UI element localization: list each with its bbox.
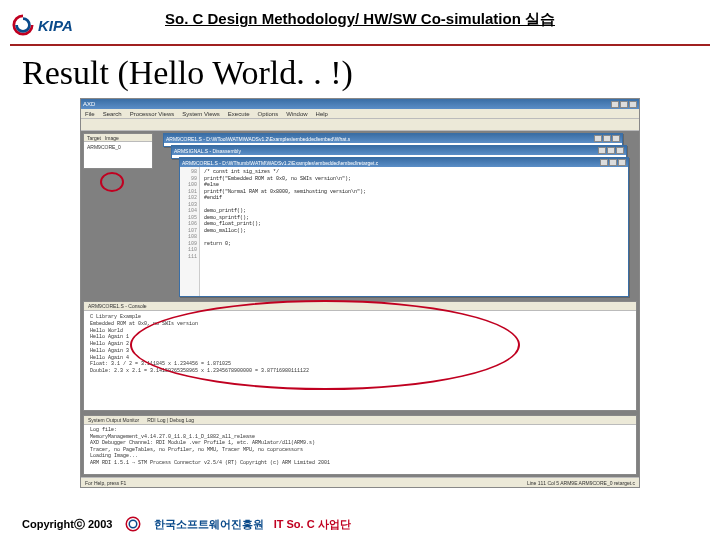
header-title: So. C Design Methodology/ HW/SW Co-simul… xyxy=(165,10,555,29)
menu-help[interactable]: Help xyxy=(316,111,328,117)
child3-close[interactable] xyxy=(618,159,626,166)
svg-point-1 xyxy=(130,520,138,528)
org-unit: IT So. C 사업단 xyxy=(274,518,351,530)
slide-footer: Copyrightⓒ 2003 한국소프트웨어진흥원 IT So. C 사업단 xyxy=(0,508,720,540)
child2-close[interactable] xyxy=(616,147,624,154)
menu-processor-views[interactable]: Processor Views xyxy=(130,111,175,117)
code-body[interactable]: /* const int sig_sizes */printf("Embedde… xyxy=(200,167,628,262)
child3-max[interactable] xyxy=(609,159,617,166)
tree-tab-target[interactable]: Target xyxy=(87,135,101,141)
app-title: AXD xyxy=(83,101,95,107)
menu-execute[interactable]: Execute xyxy=(228,111,250,117)
org-korean: 한국소프트웨어진흥원 xyxy=(154,518,264,530)
console-body[interactable]: C Library ExampleEmbedded ROM at 0x0, no… xyxy=(84,311,636,378)
copyright-text: Copyrightⓒ 2003 xyxy=(22,517,112,532)
child2-title: ARMSIGNAL.S - Disassembly xyxy=(174,148,241,154)
monitor-pane: System Output Monitor RDI Log | Debug Lo… xyxy=(83,415,637,475)
monitor-header: System Output Monitor xyxy=(88,417,139,423)
child-window-3: ARM9CORE1.S - D:\WThumb\WATM\WADSv1.2\Ex… xyxy=(179,157,629,297)
menu-system-views[interactable]: System Views xyxy=(182,111,220,117)
svg-point-0 xyxy=(127,517,141,531)
target-tree: Target Image ARM9CORE_0 xyxy=(83,133,153,169)
menu-window[interactable]: Window xyxy=(286,111,307,117)
slide-title: Result (Hello World. . !) xyxy=(0,44,720,98)
child1-close[interactable] xyxy=(612,135,620,142)
monitor-tabs[interactable]: RDI Log | Debug Log xyxy=(147,417,194,423)
minimize-button[interactable] xyxy=(611,101,619,108)
slide-header: KIPA So. C Design Methodology/ HW/SW Co-… xyxy=(0,0,720,44)
menu-search[interactable]: Search xyxy=(103,111,122,117)
org-text: 한국소프트웨어진흥원 IT So. C 사업단 xyxy=(154,517,350,532)
child1-min[interactable] xyxy=(594,135,602,142)
logo-text: KIPA xyxy=(38,17,73,34)
workspace: Target Image ARM9CORE_0 ARM9CORE1.S - D:… xyxy=(81,131,639,487)
child2-max[interactable] xyxy=(607,147,615,154)
app-titlebar: AXD xyxy=(81,99,639,109)
kipa-logo: KIPA xyxy=(12,14,73,36)
tree-tab-image[interactable]: Image xyxy=(105,135,119,141)
window-buttons xyxy=(611,101,637,108)
child1-title: ARM9CORE1.S - D:\WTool\WATM\WADSv1.2\Exa… xyxy=(166,136,350,142)
child1-max[interactable] xyxy=(603,135,611,142)
monitor-body[interactable]: Log file:MemoryManagement_v4.14.27.0_11.… xyxy=(84,425,636,468)
close-button[interactable] xyxy=(629,101,637,108)
status-bar: For Help, press F1 Line 111 Col 5 ARM9E … xyxy=(81,477,639,487)
menu-file[interactable]: File xyxy=(85,111,95,117)
menu-options[interactable]: Options xyxy=(258,111,279,117)
logo-swirl-icon xyxy=(12,14,34,36)
child2-min[interactable] xyxy=(598,147,606,154)
header-divider xyxy=(10,44,710,46)
line-gutter: 9899100101102103104105106107108109110111 xyxy=(180,167,200,296)
ide-screenshot: AXD File Search Processor Views System V… xyxy=(80,98,640,488)
child3-min[interactable] xyxy=(600,159,608,166)
console-pane: ARM9CORE1.S - Console C Library ExampleE… xyxy=(83,301,637,411)
status-right: Line 111 Col 5 ARM9E ARM9CORE_0 retarget… xyxy=(527,480,635,486)
menubar: File Search Processor Views System Views… xyxy=(81,109,639,119)
toolbar xyxy=(81,119,639,131)
tree-item-core[interactable]: ARM9CORE_0 xyxy=(84,142,152,152)
console-header: ARM9CORE1.S - Console xyxy=(84,302,636,311)
maximize-button[interactable] xyxy=(620,101,628,108)
org-logo-icon xyxy=(124,515,142,533)
status-left: For Help, press F1 xyxy=(85,480,126,486)
child3-title: ARM9CORE1.S - D:\WThumb\WATM\WADSv1.2\Ex… xyxy=(182,160,378,166)
